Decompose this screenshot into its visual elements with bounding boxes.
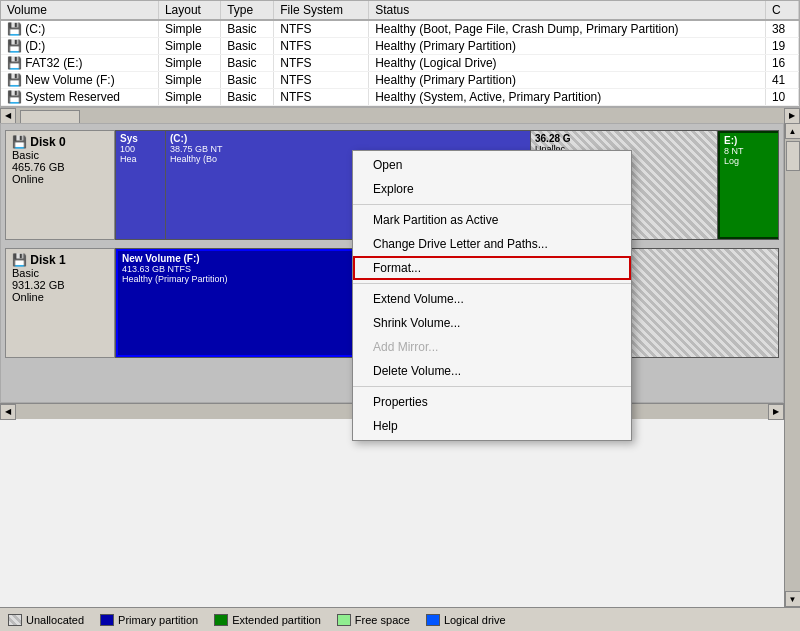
cell-cap: 16 xyxy=(765,55,798,72)
legend-freespace: Free space xyxy=(337,614,410,626)
legend-primary: Primary partition xyxy=(100,614,198,626)
cell-layout: Simple xyxy=(158,72,220,89)
table-row[interactable]: 💾 (D:) Simple Basic NTFS Healthy (Primar… xyxy=(1,38,799,55)
cell-volume: 💾 New Volume (F:) xyxy=(1,72,158,89)
cell-type: Basic xyxy=(221,89,274,106)
disk0-status: Online xyxy=(12,173,108,185)
cell-fs: NTFS xyxy=(274,72,369,89)
disk0-e-status: Log xyxy=(724,156,774,166)
disk0-c-label: (C:) xyxy=(170,133,526,144)
cell-layout: Simple xyxy=(158,89,220,106)
disk0-label: 💾 Disk 0 Basic 465.76 GB Online xyxy=(5,130,115,240)
menu-item-format[interactable]: Format... xyxy=(353,256,631,280)
disk0-sys-status: Hea xyxy=(120,154,161,164)
legend-freespace-label: Free space xyxy=(355,614,410,626)
legend-unallocated: Unallocated xyxy=(8,614,84,626)
menu-separator xyxy=(353,204,631,205)
menu-separator xyxy=(353,386,631,387)
legend-freespace-box xyxy=(337,614,351,626)
disk0-size: 465.76 GB xyxy=(12,161,108,173)
cell-cap: 41 xyxy=(765,72,798,89)
disk0-unalloc-label: 36.28 G xyxy=(535,133,713,144)
menu-item-explore[interactable]: Explore xyxy=(353,177,631,201)
col-filesystem[interactable]: File System xyxy=(274,1,369,20)
cell-type: Basic xyxy=(221,72,274,89)
cell-layout: Simple xyxy=(158,55,220,72)
disk0-e-label: E:) xyxy=(724,135,774,146)
cell-layout: Simple xyxy=(158,38,220,55)
scroll-down-btn[interactable]: ▼ xyxy=(785,591,801,607)
cell-fs: NTFS xyxy=(274,89,369,106)
disk0-sys-label: Sys xyxy=(120,133,161,144)
menu-item-mark-active[interactable]: Mark Partition as Active xyxy=(353,208,631,232)
menu-item-delete[interactable]: Delete Volume... xyxy=(353,359,631,383)
disk1-size: 931.32 GB xyxy=(12,279,108,291)
cell-cap: 38 xyxy=(765,20,798,38)
legend-extended: Extended partition xyxy=(214,614,321,626)
menu-item-shrink[interactable]: Shrink Volume... xyxy=(353,311,631,335)
menu-item-change-letter[interactable]: Change Drive Letter and Paths... xyxy=(353,232,631,256)
scroll-thumb-h[interactable] xyxy=(20,110,80,124)
disk1-type: Basic xyxy=(12,267,108,279)
scroll-right-btn[interactable]: ▶ xyxy=(784,108,800,124)
cell-layout: Simple xyxy=(158,20,220,38)
cell-volume: 💾 (D:) xyxy=(1,38,158,55)
scroll-track-v[interactable] xyxy=(785,139,800,591)
disk1-label: 💾 Disk 1 Basic 931.32 GB Online xyxy=(5,248,115,358)
col-status[interactable]: Status xyxy=(369,1,766,20)
cell-status: Healthy (System, Active, Primary Partiti… xyxy=(369,89,766,106)
disk-scrollbar-v[interactable]: ▲ ▼ xyxy=(784,123,800,607)
cell-volume: 💾 FAT32 (E:) xyxy=(1,55,158,72)
cell-fs: NTFS xyxy=(274,38,369,55)
disk1-status: Online xyxy=(12,291,108,303)
scroll-up-btn[interactable]: ▲ xyxy=(785,123,801,139)
scroll-thumb-v[interactable] xyxy=(786,141,800,171)
legend-bar: Unallocated Primary partition Extended p… xyxy=(0,607,800,631)
cell-type: Basic xyxy=(221,55,274,72)
disk0-name: 💾 Disk 0 xyxy=(12,135,108,149)
cell-cap: 10 xyxy=(765,89,798,106)
cell-fs: NTFS xyxy=(274,55,369,72)
menu-item-open[interactable]: Open xyxy=(353,153,631,177)
col-cap[interactable]: C xyxy=(765,1,798,20)
disk0-sys-size: 100 xyxy=(120,144,161,154)
legend-logicaldrive-label: Logical drive xyxy=(444,614,506,626)
cell-status: Healthy (Boot, Page File, Crash Dump, Pr… xyxy=(369,20,766,38)
col-layout[interactable]: Layout xyxy=(158,1,220,20)
cell-status: Healthy (Primary Partition) xyxy=(369,38,766,55)
cell-fs: NTFS xyxy=(274,20,369,38)
legend-primary-label: Primary partition xyxy=(118,614,198,626)
cell-type: Basic xyxy=(221,38,274,55)
cell-status: Healthy (Logical Drive) xyxy=(369,55,766,72)
table-row[interactable]: 💾 System Reserved Simple Basic NTFS Heal… xyxy=(1,89,799,106)
legend-extended-box xyxy=(214,614,228,626)
menu-item-properties[interactable]: Properties xyxy=(353,390,631,414)
legend-logicaldrive-box xyxy=(426,614,440,626)
col-volume[interactable]: Volume xyxy=(1,1,158,20)
menu-item-help[interactable]: Help xyxy=(353,414,631,438)
cell-type: Basic xyxy=(221,20,274,38)
menu-item-extend[interactable]: Extend Volume... xyxy=(353,287,631,311)
context-menu: OpenExploreMark Partition as ActiveChang… xyxy=(352,150,632,441)
cell-volume: 💾 (C:) xyxy=(1,20,158,38)
legend-logicaldrive: Logical drive xyxy=(426,614,506,626)
disk-scroll-left[interactable]: ◀ xyxy=(0,404,16,420)
table-row[interactable]: 💾 (C:) Simple Basic NTFS Healthy (Boot, … xyxy=(1,20,799,38)
col-type[interactable]: Type xyxy=(221,1,274,20)
disk0-type: Basic xyxy=(12,149,108,161)
legend-unallocated-box xyxy=(8,614,22,626)
table-scrollbar-h[interactable]: ◀ ▶ xyxy=(0,107,800,123)
legend-primary-box xyxy=(100,614,114,626)
disk1-name: 💾 Disk 1 xyxy=(12,253,108,267)
disk0-e-partition[interactable]: E:) 8 NT Log xyxy=(718,131,778,239)
cell-volume: 💾 System Reserved xyxy=(1,89,158,106)
table-row[interactable]: 💾 New Volume (F:) Simple Basic NTFS Heal… xyxy=(1,72,799,89)
cell-status: Healthy (Primary Partition) xyxy=(369,72,766,89)
scroll-track-h[interactable] xyxy=(16,108,784,123)
disk0-sys-partition[interactable]: Sys 100 Hea xyxy=(116,131,166,239)
scroll-left-btn[interactable]: ◀ xyxy=(0,108,16,124)
disk0-e-size: 8 NT xyxy=(724,146,774,156)
table-row[interactable]: 💾 FAT32 (E:) Simple Basic NTFS Healthy (… xyxy=(1,55,799,72)
disk-scroll-right[interactable]: ▶ xyxy=(768,404,784,420)
legend-extended-label: Extended partition xyxy=(232,614,321,626)
